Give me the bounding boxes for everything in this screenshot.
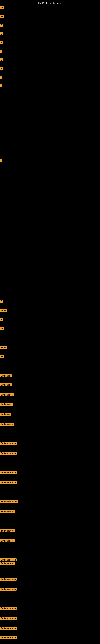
badge-b1: Bo [0,6,4,9]
badge-b33: Bottleneck res [0,562,15,565]
badge-b15: Bo [0,327,4,330]
badge-b2: Bo [0,15,4,18]
badge-b25: Bottleneck resu [0,452,17,455]
badge-b35: Bottleneck resu [0,588,17,591]
badge-b8: E [0,67,3,70]
badge-b14: E [0,318,3,321]
badge-b32: Bottleneck resu [0,558,17,562]
badge-b31: Bottleneck res [0,539,15,542]
badge-b9: I [0,76,2,79]
badge-b5: E [0,41,3,44]
badge-b19: Bottleneck [0,384,12,386]
badge-b27: Bottleneck resu [0,481,17,484]
badge-b16: Bottle [0,346,7,349]
badge-b23: Bottleneck re [0,422,14,426]
badge-b7: E [0,58,3,62]
badge-b6: I [0,50,2,53]
badge-b18: Bottleneck [0,374,12,377]
badge-b3: B [0,24,3,27]
badge-b29: Bottleneck res [0,510,15,513]
badge-b17: Bo [0,355,4,358]
badge-b38: Bottleneck resu [0,627,17,630]
badge-b34: Bottleneck resu [0,578,17,580]
badge-b22: Bottlenec [0,412,11,416]
badge-b37: Bottleneck resu [0,617,17,620]
badge-b13: Bottle [0,309,7,312]
badge-b12: B [0,300,3,303]
badge-b10: I [0,84,2,87]
badge-b30: Bottleneck res [0,529,15,532]
badge-b26: Bottleneck resu [0,471,17,474]
site-title: TheBottlenecker.com [38,2,62,5]
badge-b11: I [0,159,2,162]
badge-b24: Bottleneck resu [0,442,17,445]
badge-b39: Bottleneck resu [0,636,17,639]
badge-b20: Bottleneck re [0,394,14,396]
badge-b4: E [0,32,3,36]
badge-b36: Bottleneck resu [0,607,17,610]
badge-b21: Bottleneck r [0,402,13,406]
badge-b28: Bottleneck result [0,500,18,503]
